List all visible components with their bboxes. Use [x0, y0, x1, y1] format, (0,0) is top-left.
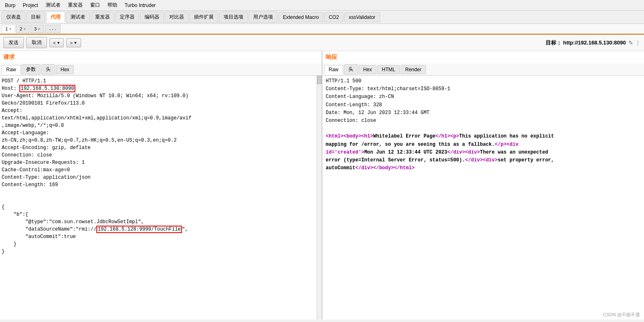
toolbar: 发送 取消 < ▼ > ▼ 目标： http://192.168.5.130:8… [0, 35, 644, 51]
tab-xssvalidator[interactable]: xssValidator [344, 12, 380, 22]
menu-help[interactable]: 帮助 [104, 1, 121, 9]
request-content[interactable]: POST / HTTP/1.1 Host: 192.168.5.130:8090… [0, 76, 317, 320]
request-tab-hex[interactable]: Hex [56, 65, 74, 74]
tab-extended-macro[interactable]: Extended Macro [278, 12, 323, 22]
request-content-wrapper: POST / HTTP/1.1 Host: 192.168.5.130:8090… [0, 76, 322, 320]
tab-target[interactable]: 目标 [26, 12, 45, 23]
target-label: 目标： [546, 39, 562, 47]
tab-comparer[interactable]: 对比器 [165, 12, 189, 23]
nav-forward-button[interactable]: > ▼ [66, 38, 81, 47]
menu-turbo-intruder[interactable]: Turbo Intruder [121, 2, 159, 9]
response-tab-html[interactable]: HTML [377, 65, 400, 74]
response-title: 响应 [322, 51, 644, 63]
datasource-highlight: 192.168.5.128:9999/TouchFile [96, 226, 182, 233]
tab-co2[interactable]: CO2 [324, 12, 343, 22]
response-tab-hex[interactable]: Hex [359, 65, 376, 74]
response-tab-bar: Raw 头 Hex HTML Render [322, 63, 644, 76]
send-button[interactable]: 发送 [3, 37, 24, 48]
tab-project-options[interactable]: 项目选项 [219, 12, 248, 23]
request-tab-raw[interactable]: Raw [2, 65, 21, 74]
request-tab-params[interactable]: 参数 [21, 64, 40, 75]
edit-icon[interactable]: ✎ [628, 40, 633, 46]
menu-tester[interactable]: 测试者 [42, 1, 64, 9]
sub-tab-1[interactable]: 1 × [2, 25, 15, 33]
tab-tester[interactable]: 测试者 [66, 12, 90, 23]
response-tab-raw[interactable]: Raw [324, 65, 343, 74]
close-tab-1-icon[interactable]: × [9, 27, 12, 31]
response-panel: 响应 Raw 头 Hex HTML Render HTTP/1.1 500 Co… [322, 51, 644, 320]
response-tab-render[interactable]: Render [401, 65, 426, 74]
more-icon[interactable]: ⋮ [635, 40, 641, 46]
response-tab-headers[interactable]: 头 [344, 64, 358, 75]
nav-back-button[interactable]: < ▼ [49, 38, 64, 47]
menu-burp[interactable]: Burp [2, 2, 19, 9]
top-tab-bar: 仪表盘 目标 代理 测试者 重发器 定序器 编码器 对比器 插件扩展 项目选项 … [0, 11, 644, 24]
host-highlight: 192.168.5.130:8090 [19, 85, 75, 92]
more-tabs-button[interactable]: ... [45, 25, 61, 33]
response-content[interactable]: HTTP/1.1 500 Content-Type: text/html;cha… [322, 76, 644, 320]
tab-extensions[interactable]: 插件扩展 [189, 12, 218, 23]
tab-user-options[interactable]: 用户选项 [249, 12, 278, 23]
request-title: 请求 [0, 51, 322, 63]
close-tab-3-icon[interactable]: × [38, 27, 40, 31]
menu-project[interactable]: Project [19, 2, 41, 9]
menu-window[interactable]: 窗口 [87, 1, 103, 9]
request-scrollbar[interactable] [317, 76, 322, 320]
request-tab-bar: Raw 参数 头 Hex [0, 63, 322, 76]
sub-tab-bar: 1 × 2 × 3 × ... [0, 24, 644, 35]
sub-tab-2[interactable]: 2 × [16, 25, 30, 33]
tab-dashboard[interactable]: 仪表盘 [2, 12, 26, 23]
tab-sequencer[interactable]: 定序器 [115, 12, 139, 23]
request-scroll-thumb[interactable] [317, 76, 322, 84]
target-url: http://192.168.5.130:8090 [563, 40, 626, 46]
menu-repeater[interactable]: 重发器 [65, 1, 86, 9]
request-panel: 请求 Raw 参数 头 Hex POST / HTTP/1.1 Host: 19… [0, 51, 322, 320]
sub-tab-3[interactable]: 3 × [30, 25, 44, 33]
request-tab-headers[interactable]: 头 [41, 64, 55, 75]
target-area: 目标： http://192.168.5.130:8090 ✎ ⋮ [546, 39, 641, 47]
watermark: CSDN @不能不通 [603, 312, 640, 318]
tab-repeater[interactable]: 重发器 [91, 12, 114, 23]
close-tab-2-icon[interactable]: × [23, 27, 26, 31]
cancel-button[interactable]: 取消 [26, 37, 47, 48]
menu-bar: Burp Project 测试者 重发器 窗口 帮助 Turbo Intrude… [0, 0, 644, 11]
tab-proxy[interactable]: 代理 [46, 12, 65, 23]
tab-encoder[interactable]: 编码器 [140, 12, 164, 23]
main-content: 请求 Raw 参数 头 Hex POST / HTTP/1.1 Host: 19… [0, 51, 644, 320]
